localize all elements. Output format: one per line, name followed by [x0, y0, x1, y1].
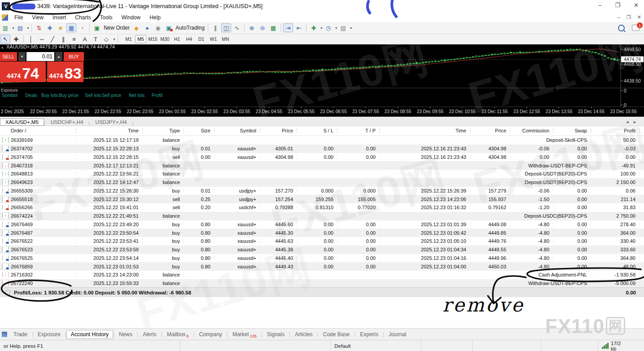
close-button[interactable]: ✕: [634, 2, 639, 9]
menu-view[interactable]: View: [27, 14, 48, 21]
column-header-type[interactable]: Type: [143, 128, 184, 133]
sell-price-panel[interactable]: 4474 74: [0, 61, 46, 82]
menu-charts[interactable]: Charts: [70, 14, 95, 21]
terminal-tab-account-history[interactable]: Account History: [66, 330, 113, 339]
table-row[interactable]: 266765232025.12.22 23:53:59buy0.80xauusd…: [0, 246, 644, 254]
column-header-price[interactable]: Price: [260, 128, 297, 133]
table-row[interactable]: ↓264673182025.12.17 12:13:21balanceWithd…: [0, 161, 644, 170]
crosshair-button[interactable]: ✚: [11, 35, 21, 44]
timeframe-w1[interactable]: W1: [208, 35, 219, 43]
minimize-button[interactable]: –: [598, 2, 601, 9]
auto-scroll-button[interactable]: ⇥: [283, 23, 293, 32]
tab-scroll-arrows[interactable]: ◄►: [625, 120, 640, 124]
table-row[interactable]: 266562662025.12.22 15:41:01sell0.20usdch…: [0, 203, 644, 212]
vertical-line-button[interactable]: │: [26, 35, 36, 44]
terminal-tab-market[interactable]: Market135: [228, 330, 261, 339]
table-row[interactable]: ↓267222402025.12.23 15:59:33balanceWithd…: [0, 279, 644, 288]
market-watch-button[interactable]: ⇅: [34, 23, 44, 32]
tile-windows-button[interactable]: ▦: [268, 23, 278, 32]
new-order-button[interactable]: ▣: [92, 23, 102, 32]
chart-shift-button[interactable]: ⇤: [294, 23, 304, 32]
column-header-tp[interactable]: T / P: [337, 128, 380, 133]
column-header-symbol[interactable]: Symbol: [215, 128, 260, 133]
equidistant-channel-button[interactable]: ∥: [58, 35, 68, 44]
label-tool-button[interactable]: T: [91, 35, 101, 44]
profiles-button[interactable]: ▤: [15, 23, 25, 32]
navigator-button[interactable]: ★: [56, 23, 66, 32]
menu-tools[interactable]: Tools: [96, 14, 117, 21]
sell-button[interactable]: SELL: [0, 52, 17, 61]
terminal-tab-articles[interactable]: Articles: [290, 330, 317, 339]
timeframe-m30[interactable]: M30: [159, 35, 171, 43]
column-header-commission[interactable]: Commission: [510, 128, 553, 133]
new-chart-button[interactable]: ▥: [0, 23, 10, 32]
text-tool-button[interactable]: A: [80, 35, 90, 44]
terminal-tab-code-base[interactable]: Code Base: [319, 330, 354, 339]
menu-help[interactable]: Help: [145, 14, 165, 21]
terminal-tab-news[interactable]: News: [114, 330, 137, 339]
column-header-time[interactable]: Time: [380, 128, 470, 133]
menu-insert[interactable]: Insert: [48, 14, 70, 21]
child-minimize-button[interactable]: –: [618, 14, 620, 20]
new-order-label[interactable]: New Order: [104, 25, 130, 31]
zoom-out-button[interactable]: ⊖: [258, 23, 267, 32]
terminal-tab-trade[interactable]: Trade: [9, 330, 32, 339]
terminal-tab-experts[interactable]: Experts: [355, 330, 383, 339]
indicators-caret-icon[interactable]: ▼: [320, 26, 323, 30]
column-header-order[interactable]: Order /: [0, 128, 76, 133]
table-row[interactable]: 266765252025.12.22 23:54:14buy0.80xauusd…: [0, 254, 644, 263]
table-row[interactable]: ↓267163022025.12.23 14:23:00balanceCash …: [0, 271, 644, 279]
autotrading-label[interactable]: AutoTrading: [175, 25, 205, 31]
column-header-size[interactable]: Size: [184, 128, 215, 133]
buy-button[interactable]: BUY: [64, 52, 84, 61]
column-header-price[interactable]: Price: [470, 128, 510, 133]
column-header-swap[interactable]: Swap: [553, 128, 591, 133]
timeframe-h4[interactable]: H4: [184, 35, 195, 43]
child-close-button[interactable]: ✕: [637, 14, 641, 20]
toolbox-button[interactable]: ▦: [66, 23, 76, 32]
timeframe-m15[interactable]: M15: [147, 35, 158, 43]
column-header-time[interactable]: Time: [76, 128, 143, 133]
table-row[interactable]: 266555182025.12.22 15:30:12sell0.25usdjp…: [0, 195, 644, 203]
news-feed-button[interactable]: ◉: [153, 23, 163, 32]
new-chart-caret-icon[interactable]: ▼: [12, 26, 15, 30]
terminal-tab-signals[interactable]: Signals: [263, 330, 289, 339]
child-restore-button[interactable]: ❐: [626, 14, 631, 20]
terminal-tab-exposure[interactable]: Exposure: [33, 330, 65, 339]
chat-icon[interactable]: 1: [632, 25, 640, 31]
bar-chart-mode-button[interactable]: ∥: [210, 23, 220, 32]
fibonacci-button[interactable]: ≡: [69, 35, 79, 44]
terminal-tab-alerts[interactable]: Alerts: [138, 330, 161, 339]
timeframe-m5[interactable]: M5: [135, 35, 146, 43]
maximize-button[interactable]: ❐: [615, 2, 620, 9]
volume-down-button[interactable]: ▼: [18, 52, 26, 61]
terminal-tab-company[interactable]: Company: [194, 330, 226, 339]
cursor-button[interactable]: ↖: [0, 35, 10, 44]
strategy-tester-button[interactable]: ◔: [77, 23, 87, 32]
column-header-profit[interactable]: Profit: [591, 128, 640, 133]
chart-tab-usdchf+[interactable]: USDCHF+,H4: [45, 118, 89, 126]
search-icon[interactable]: [618, 25, 625, 31]
periods-button[interactable]: ◷: [324, 23, 333, 32]
trendline-button[interactable]: ╱: [48, 35, 57, 44]
buy-price-panel[interactable]: 4474 83: [47, 61, 83, 82]
terminal-tab-mailbox[interactable]: Mailbox8: [162, 330, 193, 339]
candle-chart-mode-button[interactable]: ◫: [221, 23, 231, 32]
table-row[interactable]: ↑263391692025.12.15 12:17:19balanceDepos…: [0, 136, 644, 145]
status-profile[interactable]: Default: [331, 340, 421, 351]
table-row[interactable]: 266765222025.12.22 23:53:41buy0.80xauusd…: [0, 237, 644, 246]
shapes-caret-icon[interactable]: ▼: [113, 38, 116, 41]
shapes-button[interactable]: ◇: [101, 35, 111, 44]
table-row[interactable]: 266764872025.12.22 23:50:54buy0.80xauusd…: [0, 228, 644, 237]
periods-caret-icon[interactable]: ▼: [335, 26, 338, 30]
table-row[interactable]: ↑266488132025.12.22 13:56:21balanceDepos…: [0, 170, 644, 178]
table-row[interactable]: 263747022025.12.15 22:28:13buy0.01xauusd…: [0, 145, 644, 153]
column-header-sl[interactable]: S / L: [297, 128, 337, 133]
chart-area[interactable]: XAUUSD+,M5 4479.29 4479.92 4474.74 4474.…: [0, 44, 644, 117]
table-row[interactable]: 266553092025.12.22 15:26:30buy0.01usdjpy…: [0, 187, 644, 195]
chart-tab-xauusd+[interactable]: XAUUSD+,M5: [0, 118, 44, 126]
table-row[interactable]: ↑266742242025.12.22 21:49:51balanceDepos…: [0, 212, 644, 220]
menu-window[interactable]: Window: [117, 14, 145, 21]
timeframe-h1[interactable]: H1: [171, 35, 183, 43]
table-row[interactable]: 266764692025.12.22 23:49:20buy0.80xauusd…: [0, 220, 644, 229]
